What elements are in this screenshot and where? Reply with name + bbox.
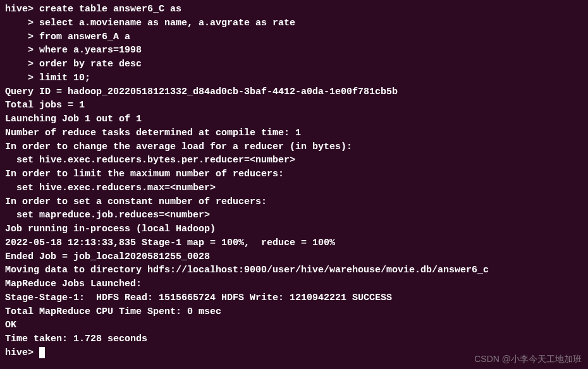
hive-cont-line: > select a.moviename as name, a.avgrate … <box>5 16 583 30</box>
output-ok: OK <box>5 318 583 332</box>
sql-limit: limit 10; <box>34 73 90 83</box>
output-hint-set: set mapreduce.job.reduces=<number> <box>5 209 583 222</box>
output-hint: In order to change the average load for … <box>5 140 583 154</box>
output-reduce-tasks: Number of reduce tasks determined at com… <box>5 126 583 140</box>
output-cpu-time: Total MapReduce CPU Time Spent: 0 msec <box>5 305 583 319</box>
hive-cont-prompt: > <box>5 18 34 28</box>
sql-where: where a.years=1998 <box>34 45 142 56</box>
output-progress: 2022-05-18 12:13:33,835 Stage-1 map = 10… <box>5 236 583 250</box>
hive-cont-prompt: > <box>5 45 34 56</box>
hive-cont-line: > where a.years=1998 <box>5 44 583 57</box>
hive-cont-prompt: > <box>5 59 34 70</box>
hive-prompt: hive> <box>5 348 39 358</box>
sql-create: create table answer6_C as <box>34 4 181 15</box>
hive-cont-line: > order by rate desc <box>5 57 583 71</box>
watermark-text: CSDN @小李今天工地加班 <box>474 353 582 365</box>
output-hint: In order to limit the maximum number of … <box>5 167 583 181</box>
output-time-taken: Time taken: 1.728 seconds <box>5 332 583 346</box>
cursor-icon <box>39 347 45 358</box>
hive-prompt-line: hive> create table answer6_C as <box>5 3 583 16</box>
output-mr-launched: MapReduce Jobs Launched: <box>5 277 583 291</box>
sql-from: from answer6_A a <box>34 32 130 42</box>
sql-order: order by rate desc <box>34 59 142 70</box>
output-job-running: Job running in-process (local Hadoop) <box>5 222 583 236</box>
output-total-jobs: Total jobs = 1 <box>5 99 583 112</box>
output-ended-job: Ended Job = job_local2020581255_0028 <box>5 250 583 264</box>
hive-cont-prompt: > <box>5 32 34 42</box>
output-query-id: Query ID = hadoop_20220518121332_d84ad0c… <box>5 85 583 99</box>
output-hint: In order to set a constant number of red… <box>5 195 583 209</box>
sql-select: select a.moviename as name, a.avgrate as… <box>34 18 295 28</box>
hive-prompt: hive> <box>5 4 34 15</box>
output-hint-set: set hive.exec.reducers.max=<number> <box>5 181 583 195</box>
output-launching: Launching Job 1 out of 1 <box>5 112 583 126</box>
hive-cont-prompt: > <box>5 73 34 83</box>
output-moving-data: Moving data to directory hdfs://localhos… <box>5 263 583 277</box>
output-stage: Stage-Stage-1: HDFS Read: 1515665724 HDF… <box>5 291 583 305</box>
hive-cont-line: > from answer6_A a <box>5 30 583 44</box>
hive-cont-line: > limit 10; <box>5 71 583 85</box>
output-hint-set: set hive.exec.reducers.bytes.per.reducer… <box>5 154 583 167</box>
